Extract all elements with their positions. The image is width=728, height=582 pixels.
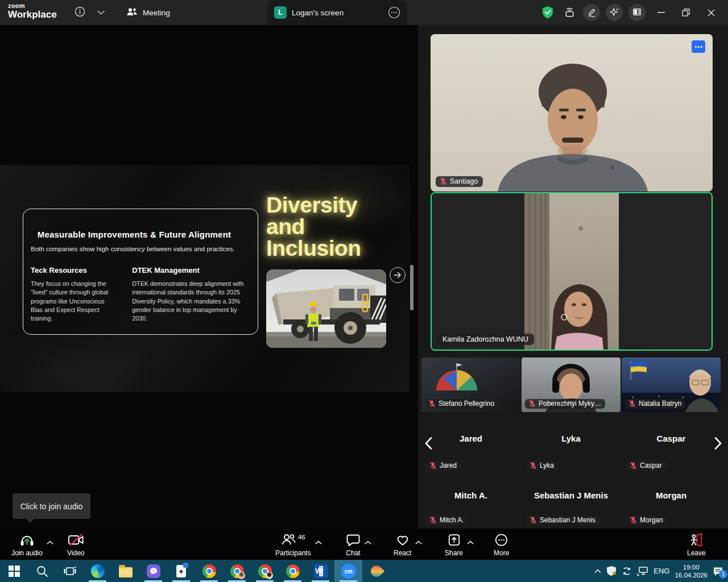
name-tile-mitch[interactable]: Mitch A. Mitch A. [421, 485, 520, 530]
view-layout-button[interactable] [628, 4, 646, 21]
name-tile-sebastian[interactable]: Sebastian J Menis Sebastian J Menis [522, 485, 621, 530]
annotate-button[interactable] [583, 4, 600, 21]
participant-label: Jared [426, 461, 461, 471]
participant-name: Poberezhnyi Myky… [539, 400, 601, 408]
video-tile-poberezhnyi[interactable]: Poberezhnyi Myky… [522, 357, 621, 412]
participant-name: Santiago [450, 177, 478, 185]
participant-display-name: Mitch A. [421, 490, 520, 500]
video-button[interactable]: Video [67, 533, 84, 557]
slide-card-subtitle: Both companies show high consistency bet… [23, 246, 258, 252]
viber-icon [147, 564, 160, 578]
tab-options-button[interactable] [388, 0, 400, 25]
participant-label: Lyka [526, 461, 559, 471]
share-button[interactable]: Share [445, 533, 463, 557]
participant-name: Mitch A. [440, 516, 464, 524]
task-view-button[interactable] [56, 560, 84, 582]
next-slide-button[interactable] [390, 267, 406, 283]
tab-logans-screen[interactable]: L Logan's screen [267, 0, 407, 25]
tray-date: 16.04.2026 [675, 571, 708, 579]
taskbar-chrome-profile1-icon[interactable] [223, 560, 251, 582]
taskbar-edge-icon[interactable] [84, 560, 111, 582]
security-shield-icon[interactable] [539, 4, 556, 21]
taskbar-chrome-profile2-icon[interactable] [251, 560, 279, 582]
word-glyph: W [315, 567, 322, 575]
taskbar-solitaire-icon[interactable]: ♠ [167, 560, 195, 582]
tray-clock[interactable]: 19:00 16.04.2026 [675, 563, 708, 579]
logo-workplace-text: Workplace [8, 10, 57, 19]
taskbar-chrome-icon[interactable] [195, 560, 223, 582]
audio-options-caret[interactable] [47, 538, 53, 546]
chat-button[interactable]: Chat [346, 533, 361, 557]
mic-muted-icon [629, 516, 637, 524]
participant-name: Natalia Batryn [639, 400, 681, 408]
column-dtek-management: DTEK Management DTEK demonstrates deep a… [132, 266, 252, 323]
share-to-device-button[interactable] [561, 4, 578, 21]
mic-muted-icon [529, 516, 537, 524]
leave-button[interactable]: Leave [687, 533, 706, 557]
start-button[interactable] [0, 560, 28, 582]
santiago-video-frame [431, 34, 713, 192]
tile-options-button[interactable] [692, 40, 705, 53]
window-titlebar: zoom Workplace Meeting L Logan's screen [0, 0, 728, 25]
minimize-button[interactable] [648, 0, 673, 25]
video-tile-kamila-active-speaker[interactable]: Kamila Zadorozhna WUNU [431, 192, 713, 351]
participant-display-name: Caspar [622, 434, 721, 443]
mic-muted-icon [429, 462, 437, 469]
chrome-icon [286, 564, 300, 578]
video-tile-stefano[interactable]: Stefano Pellegrino [421, 357, 520, 412]
slide-summary-card: Measurable Improvements & Future Alignme… [23, 209, 258, 335]
column-body: DTEK demonstrates deep alignment with in… [132, 280, 252, 323]
taskbar-word-icon[interactable]: W [307, 560, 334, 582]
tray-sync-icon[interactable] [622, 566, 632, 576]
participant-label: Natalia Batryn [625, 399, 685, 409]
cast-icon [562, 5, 577, 20]
video-tile-natalia[interactable]: Natalia Batryn [622, 357, 721, 412]
close-button[interactable] [698, 0, 723, 25]
participant-name: Kamila Zadorozhna WUNU [442, 335, 528, 343]
join-audio-tooltip: Click to join audio [13, 493, 90, 519]
tab-meeting-label: Meeting [143, 9, 170, 17]
taskbar-file-explorer-icon[interactable] [111, 560, 139, 582]
share-options-caret[interactable] [467, 538, 474, 546]
tray-defender-icon[interactable] [606, 566, 617, 576]
join-audio-button[interactable]: Join audio [11, 533, 43, 557]
join-audio-label: Join audio [11, 549, 43, 557]
react-button[interactable]: React [394, 533, 411, 557]
name-tile-morgan[interactable]: Morgan Morgan [622, 485, 721, 530]
participants-button[interactable]: 46 Participants [275, 533, 311, 557]
name-tile-jared[interactable]: Jared Jared [421, 428, 520, 476]
ai-companion-button[interactable] [606, 4, 623, 21]
chat-label: Chat [346, 549, 360, 557]
tray-network-icon[interactable] [637, 566, 648, 576]
profile-avatar [238, 572, 245, 579]
taskbar-search-button[interactable] [28, 560, 56, 582]
restore-button[interactable] [673, 0, 698, 25]
participant-label: Stefano Pellegrino [425, 399, 498, 409]
participants-options-caret[interactable] [315, 538, 322, 546]
participant-label: Caspar [626, 461, 667, 471]
more-button[interactable]: More [494, 533, 509, 557]
more-label: More [494, 549, 509, 557]
tray-notifications-button[interactable]: 1 [713, 566, 723, 576]
taskbar-viber-icon[interactable] [139, 560, 167, 582]
react-options-caret[interactable] [415, 538, 422, 546]
chevron-down-icon[interactable] [93, 0, 108, 25]
mic-muted-icon [528, 400, 536, 408]
leave-label: Leave [687, 549, 706, 557]
tray-show-hidden-icons[interactable] [594, 569, 601, 573]
taskbar-chrome2-icon[interactable] [279, 560, 307, 582]
chat-options-caret[interactable] [365, 538, 371, 546]
layout-icon [631, 6, 643, 19]
video-tile-santiago[interactable]: Santiago [431, 34, 713, 192]
meeting-info-button[interactable] [72, 0, 88, 25]
name-tile-lyka[interactable]: Lyka Lyka [522, 428, 621, 476]
mic-muted-icon [629, 462, 637, 469]
taskbar-paint3d-icon[interactable] [362, 560, 390, 582]
taskbar-zoom-icon[interactable]: zm [334, 560, 362, 582]
participants-label: Participants [275, 549, 311, 557]
stage-scrollbar[interactable] [410, 265, 413, 310]
name-tile-caspar[interactable]: Caspar Caspar [622, 428, 721, 476]
tab-meeting[interactable]: Meeting [121, 0, 176, 25]
tray-language-indicator[interactable]: ENG [653, 567, 669, 575]
participant-name: Morgan [640, 516, 663, 524]
